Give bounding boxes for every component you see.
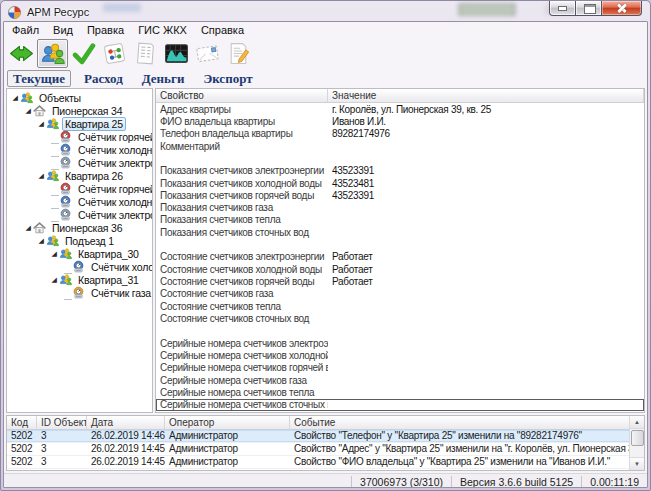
expander-icon[interactable]: ◢ [36,234,46,247]
report-icon [133,41,158,66]
property-row[interactable]: Серийные номера счетчиков горячей воды [156,362,644,374]
log-row[interactable]: 5202326.02.2019 14:46:13АдминистраторСво… [7,430,644,443]
log-row[interactable]: 5202326.02.2019 14:45:41АдминистраторСво… [7,443,644,456]
people-icon [46,234,59,247]
menu-bar: ФайлВидПравкаГИС ЖКХСправка [4,22,647,38]
tree-item[interactable]: ◢Квартира_30 [7,247,152,260]
meter-cold-icon [59,143,72,156]
scrollbar-thumb[interactable] [631,430,644,446]
property-row[interactable]: Серийные номера счетчиков холодной воды [156,349,644,361]
confirm-check-button[interactable] [68,39,99,68]
log-cell: 3 [37,430,87,442]
tree-item[interactable]: Счётчик холодной воды [7,195,152,208]
house-icon [33,104,46,117]
log-cell: 5202 [7,443,37,455]
property-row[interactable]: Показания счетчиков горячей воды43523391 [156,189,644,201]
report-button[interactable] [130,39,161,68]
log-scrollbar[interactable]: ▲ ▼ [629,416,644,470]
property-row[interactable]: Серийные номера счетчиков тепла [156,386,644,398]
property-row[interactable]: Состояние счетчиков газа [156,288,644,300]
property-row[interactable]: Телефон владельца квартиры89282174976 [156,128,644,140]
maximize-button[interactable] [575,1,602,16]
tree-item[interactable]: Счётчик газа [7,286,152,299]
tab-0[interactable]: Текущие [7,70,71,87]
scroll-down-icon[interactable]: ▼ [630,457,645,470]
menu-item-1[interactable]: Вид [46,22,80,38]
property-row[interactable]: Состояние счетчиков холодной водыРаботае… [156,263,644,275]
chart-button[interactable] [161,39,192,68]
log-column-header[interactable]: Оператор [165,416,290,430]
meter-hot-icon [59,130,72,143]
menu-item-0[interactable]: Файл [5,22,46,38]
log-cell: 26.02.2019 14:46:13 [87,430,165,442]
expander-icon[interactable]: ◢ [36,169,46,182]
status-item-1[interactable]: Версия 3.6.6 build 5125 [451,476,581,488]
objects-people-button[interactable] [37,39,68,68]
menu-item-4[interactable]: Справка [194,22,251,38]
tree-item[interactable]: ◢Пионерская 34 [7,104,152,117]
tree-item[interactable]: Счётчик электроэнергии [7,208,152,221]
log-column-header[interactable]: Событие [290,416,644,430]
property-row[interactable]: Показания счетчиков газа [156,202,644,214]
expander-icon[interactable]: ◢ [36,117,46,130]
property-row[interactable]: Состояние счетчиков электроэнергииРабота… [156,251,644,263]
tab-2[interactable]: Деньги [136,70,191,87]
scheme-button[interactable] [99,39,130,68]
property-row[interactable]: Показания счетчиков тепла [156,214,644,226]
menu-item-2[interactable]: Правка [80,22,131,38]
property-grid-header: Свойство Значение [156,89,644,103]
minimize-button[interactable] [549,1,576,16]
property-row[interactable]: Состояние счетчиков тепла [156,300,644,312]
tree-item[interactable]: ◢Пионерская 36 [7,221,152,234]
meter-hot-icon [59,182,72,195]
tree-item[interactable]: Счётчик горячей воды [7,182,152,195]
tree-item[interactable]: Счётчик горячей воды [7,130,152,143]
tab-1[interactable]: Расход [78,70,129,87]
property-row[interactable]: Серийные номера счетчиков сточных вод [156,399,644,411]
tree-item[interactable]: Счётчик электроэнергии [7,156,152,169]
property-row[interactable]: Серийные номера счетчиков газа [156,374,644,386]
object-tree: ◢Объекты◢Пионерская 34◢Квартира 25Счётчи… [6,88,153,413]
column-header-value[interactable]: Значение [328,89,644,103]
column-header-property[interactable]: Свойство [156,89,328,103]
tree-item[interactable]: ◢Подъезд 1 [7,234,152,247]
sync-arrows-button[interactable] [6,39,37,68]
mail-button[interactable] [192,39,223,68]
edit-document-button[interactable] [223,39,254,68]
tree-item[interactable]: ◢Квартира 26 [7,169,152,182]
log-cell: Администратор [165,456,290,468]
tree-item[interactable]: Счётчик холодной воды [7,143,152,156]
tree-item[interactable]: ◢Объекты [7,91,152,104]
close-button[interactable] [601,1,642,16]
tab-3[interactable]: Экспорт [197,70,258,87]
house-icon [33,221,46,234]
property-row[interactable]: ФИО владельца квартирыИванов И.И. [156,115,644,127]
expander-icon[interactable]: ◢ [23,104,33,117]
property-row[interactable]: Показания счетчиков сточных вод [156,226,644,238]
tree-item[interactable]: ◢Квартира 25 [7,117,152,130]
scroll-up-icon[interactable]: ▲ [630,416,645,429]
log-column-header[interactable]: Дата [87,416,165,430]
property-row[interactable]: Показания счетчиков холодной воды4352348… [156,177,644,189]
log-column-header[interactable]: Код [7,416,37,430]
log-row[interactable]: 5202326.02.2019 14:45:15АдминистраторСво… [7,456,644,469]
expander-icon[interactable]: ◢ [23,221,33,234]
tree-item[interactable]: ◢Квартира_31 [7,273,152,286]
expander-icon[interactable]: ◢ [49,247,59,260]
property-row[interactable]: Состояние счетчиков сточных вод [156,312,644,324]
property-row[interactable]: Состояние счетчиков горячей водыРаботает [156,275,644,287]
status-item-0[interactable]: 37006973 (3/310) [351,476,451,488]
menu-item-3[interactable]: ГИС ЖКХ [131,22,194,38]
toolbar [4,38,647,68]
main-area: ◢Объекты◢Пионерская 34◢Квартира 25Счётчи… [4,88,647,413]
expander-icon[interactable]: ◢ [49,273,59,286]
title-bar[interactable]: АРМ Ресурс [3,1,648,21]
property-row[interactable]: Адрес квартирыг. Королёв, ул. Пионерская… [156,103,644,115]
property-row[interactable]: Серийные номера счетчиков электроэнергии [156,337,644,349]
log-column-header[interactable]: ID Объекта [37,416,87,430]
property-row[interactable]: Комментарий [156,140,644,152]
property-row[interactable]: Показания счетчиков электроэнергии435233… [156,165,644,177]
tree-item[interactable]: Счётчик холодной воды [7,260,152,273]
log-cell: 5202 [7,430,37,442]
expander-icon[interactable]: ◢ [10,91,20,104]
